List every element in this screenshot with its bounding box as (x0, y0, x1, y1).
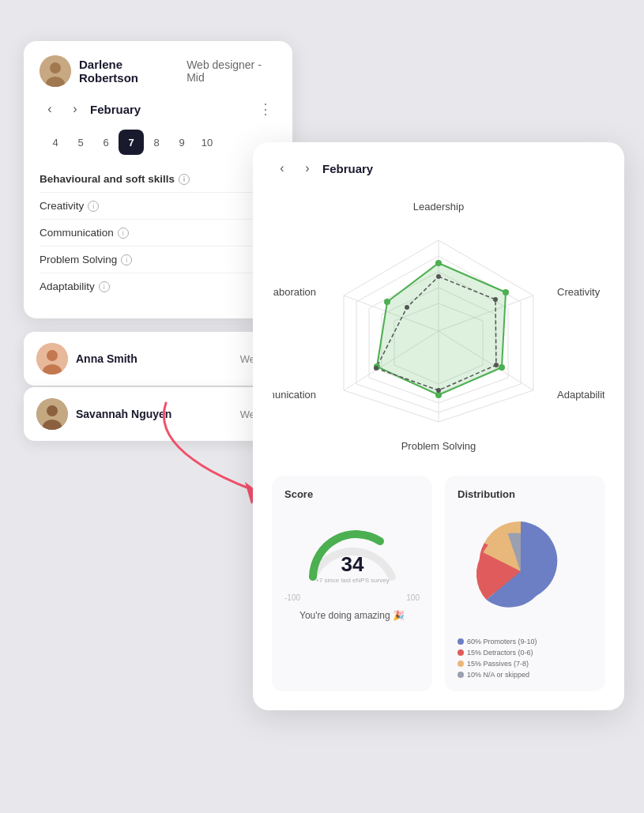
savannah-name: Savannah Nguyen (76, 408, 171, 420)
distribution-legend: 60% Promoters (9-10) 15% Detractors (0-6… (458, 638, 593, 679)
radar-label-communication: Communication (273, 389, 316, 401)
distribution-card: Distribution (445, 476, 605, 691)
score-ring: 34 +7 since last eNPS survey -100 100 Yo… (284, 510, 420, 621)
skill-row-communication: Communication i 3 (40, 220, 277, 247)
day-10[interactable]: 10 (194, 130, 220, 155)
legend-label-passives: 15% Passives (7-8) (467, 660, 529, 668)
radar-label-problem-solving: Problem Solving (401, 440, 476, 452)
info-icon-problem-solving[interactable]: i (121, 254, 132, 265)
legend-passives: 15% Passives (7-8) (458, 660, 529, 668)
darlene-role: Web designer - Mid (186, 58, 277, 84)
radar-label-collaboration: Collaboration (273, 286, 316, 298)
front-card-nav: ‹ › February (272, 158, 605, 179)
legend-promoters: 60% Promoters (9-10) (458, 638, 537, 646)
front-next-btn[interactable]: › (297, 158, 318, 179)
radar-point-adaptability (499, 364, 505, 371)
skill-row-creativity: Creativity i 3 (40, 193, 277, 220)
days-row: 4 5 6 7 8 9 10 (40, 130, 277, 155)
svg-point-4 (47, 350, 58, 361)
legend-dot-detractors (458, 649, 464, 656)
skill-row-problem-solving: Problem Solving i 3 (40, 247, 277, 273)
savannah-avatar (36, 398, 68, 430)
radar-dot-leadership (436, 274, 441, 279)
score-min: -100 (284, 593, 300, 602)
legend-label-promoters: 60% Promoters (9-10) (467, 638, 537, 646)
score-ring-svg: 34 +7 since last eNPS survey (301, 510, 404, 589)
radar-label-adaptability: Adaptability (557, 389, 604, 401)
radar-dot-creativity (493, 297, 498, 302)
svg-point-7 (47, 405, 58, 416)
distribution-label: Distribution (458, 488, 593, 500)
radar-dot-adaptability (494, 363, 499, 367)
savannah-card[interactable]: Savannah Nguyen Web D... (24, 387, 292, 441)
radar-chart: Leadership Creativity Adaptability Probl… (272, 185, 605, 469)
score-sub-text: +7 since last eNPS survey (315, 577, 390, 584)
radar-point-leadership (435, 260, 442, 266)
legend-dot-na (458, 672, 464, 678)
prev-month-btn[interactable]: ‹ (40, 99, 60, 119)
legend-detractors: 15% Detractors (0-6) (458, 649, 533, 657)
legend-label-na: 10% N/A or skipped (467, 671, 529, 679)
legend-dot-promoters (458, 638, 464, 645)
day-5[interactable]: 5 (68, 130, 93, 155)
day-7[interactable]: 7 (119, 130, 144, 155)
bottom-row: Score 34 +7 since last eNPS survey -100 … (272, 476, 605, 691)
more-options-btn[interactable]: ⋮ (254, 98, 277, 120)
profile-row: Darlene Robertson Web designer - Mid (40, 55, 277, 87)
score-max: 100 (406, 593, 420, 602)
front-prev-btn[interactable]: ‹ (272, 158, 292, 179)
skill-row-adaptability: Adaptability i 3 (40, 273, 277, 299)
score-card: Score 34 +7 since last eNPS survey -100 … (272, 476, 432, 691)
radar-label-leadership: Leadership (413, 201, 464, 213)
day-9[interactable]: 9 (169, 130, 194, 155)
skill-label-communication: Communication i (40, 227, 270, 239)
legend-dot-passives (458, 661, 464, 667)
score-value-text: 34 (341, 552, 363, 576)
pie-chart-v2 (458, 524, 584, 627)
score-range: -100 100 (284, 593, 420, 602)
radar-point-creativity (503, 289, 509, 295)
legend-label-detractors: 15% Detractors (0-6) (467, 649, 533, 657)
skill-label-behavioural: Behavioural and soft skills i (40, 173, 270, 185)
info-icon-creativity[interactable]: i (88, 201, 99, 212)
score-message: You're doing amazing 🎉 (299, 610, 405, 621)
info-icon-adaptability[interactable]: i (99, 281, 110, 292)
front-month-label: February (322, 162, 373, 175)
next-month-btn[interactable]: › (65, 99, 85, 119)
skill-label-adaptability: Adaptability i (40, 280, 270, 292)
legend-na: 10% N/A or skipped (458, 671, 529, 679)
radar-point-collaboration (384, 299, 390, 305)
front-card: ‹ › February Leadership Creativity Adapt… (253, 142, 624, 710)
skill-label-problem-solving: Problem Solving i (40, 254, 270, 265)
back-month-label: February (90, 103, 141, 116)
anna-name: Anna Smith (76, 352, 137, 365)
darlene-avatar (40, 55, 71, 87)
day-6[interactable]: 6 (93, 130, 119, 155)
day-8[interactable]: 8 (144, 130, 169, 155)
radar-point-problem-solving (435, 392, 442, 398)
score-label: Score (284, 488, 420, 500)
darlene-card: Darlene Robertson Web designer - Mid ‹ ›… (24, 41, 292, 318)
darlene-name: Darlene Robertson (79, 58, 179, 85)
skill-row-behavioural: Behavioural and soft skills i 3 (40, 166, 277, 193)
svg-point-1 (50, 62, 61, 73)
anna-smith-card[interactable]: Anna Smith Web D... (24, 332, 292, 386)
radar-dot-communication (374, 366, 378, 371)
skill-label-creativity: Creativity i (40, 200, 270, 212)
day-4[interactable]: 4 (43, 130, 68, 155)
back-card-nav: ‹ › February ⋮ (40, 98, 277, 120)
info-icon-behavioural[interactable]: i (179, 174, 190, 185)
radar-dot-problem-solving (436, 388, 441, 393)
radar-label-creativity: Creativity (557, 286, 601, 298)
anna-avatar (36, 343, 68, 375)
info-icon-communication[interactable]: i (118, 228, 129, 239)
radar-dot-collaboration (405, 305, 409, 310)
